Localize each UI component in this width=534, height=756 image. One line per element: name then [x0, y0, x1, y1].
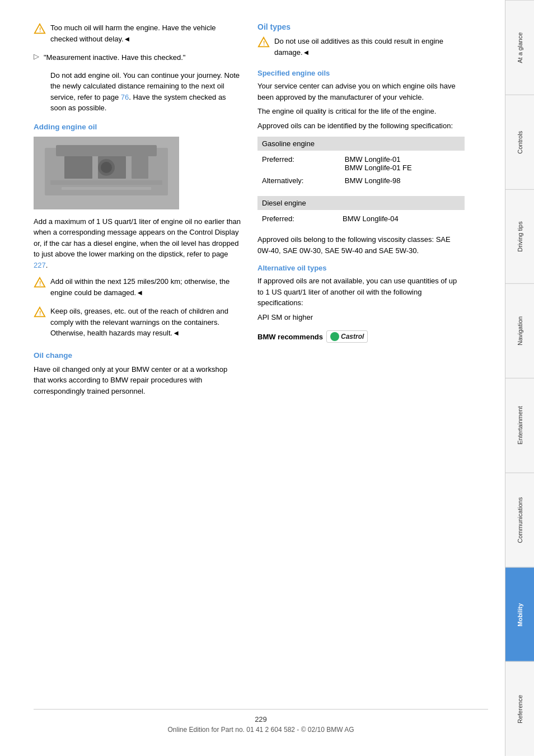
warning-children: ! Keep oils, greases, etc. out of the re…	[34, 306, 241, 342]
svg-rect-11	[62, 187, 151, 190]
specified-oils-heading: Specified engine oils	[257, 69, 465, 77]
svg-text:!: !	[39, 27, 41, 33]
warning-add-oil-text: Add oil within the next 125 miles/200 km…	[50, 276, 241, 298]
alt-oil-heading: Alternative oil types	[257, 264, 465, 272]
diesel-preferred-row: Preferred: BMW Longlife-04	[257, 210, 465, 227]
page-number: 229	[34, 715, 488, 724]
sidebar-tab-communications[interactable]: Communications	[505, 473, 534, 567]
sidebar: At a glance Controls Driving tips Naviga…	[505, 0, 534, 756]
diesel-engine-table: Diesel engine Preferred: BMW Longlife-04	[257, 196, 465, 227]
diesel-header: Diesel engine	[257, 196, 465, 210]
svg-rect-5	[64, 156, 92, 179]
svg-point-9	[101, 162, 112, 173]
right-column: Oil types ! Do not use oil additives as …	[257, 22, 465, 698]
engine-image-inner	[34, 137, 179, 209]
sidebar-tab-mobility[interactable]: Mobility	[505, 567, 534, 662]
diesel-preferred-value: BMW Longlife-04	[338, 210, 465, 227]
bullet-text: "Measurement inactive. Have this checked…	[44, 52, 185, 63]
gasoline-header: Gasoline engine	[257, 137, 465, 151]
gasoline-engine-table: Gasoline engine Preferred: BMW Longlife-…	[257, 137, 465, 189]
add-oil-para: Add a maximum of 1 US quart/1 liter of e…	[34, 216, 241, 271]
gasoline-preferred-value: BMW Longlife-01 BMW Longlife-01 FE	[340, 151, 465, 174]
alt-oil-para: If approved oils are not available, you …	[257, 276, 465, 309]
warning-icon-4: !	[257, 36, 270, 49]
svg-text:!: !	[263, 40, 265, 46]
sidebar-tab-entertainment[interactable]: Entertainment	[505, 378, 534, 473]
castrol-label: Castrol	[341, 333, 364, 340]
warning-icon-3: !	[34, 306, 46, 319]
warning-add-oil: ! Add oil within the next 125 miles/200 …	[34, 276, 241, 301]
gasoline-preferred-row: Preferred: BMW Longlife-01 BMW Longlife-…	[257, 151, 465, 174]
bmw-recommends-section: BMW recommends Castrol	[257, 330, 465, 343]
svg-text:!: !	[39, 281, 41, 287]
bullet-arrow: ▷	[34, 52, 39, 67]
gasoline-alt-row: Alternatively: BMW Longlife-98	[257, 174, 465, 189]
oil-additives-text: Do not use oil additives as this could r…	[274, 36, 465, 58]
footer: 229 Online Edition for Part no. 01 41 2 …	[34, 709, 488, 734]
svg-rect-4	[56, 145, 157, 156]
sidebar-tab-navigation[interactable]: Navigation	[505, 283, 534, 378]
gasoline-alt-value: BMW Longlife-98	[340, 174, 465, 189]
warning-icon-2: !	[34, 277, 46, 289]
longlife-01: BMW Longlife-01	[345, 155, 401, 164]
oil-types-heading: Oil types	[257, 22, 465, 31]
warning-children-text: Keep oils, greases, etc. out of the reac…	[50, 306, 241, 339]
sidebar-tab-reference[interactable]: Reference	[505, 661, 534, 756]
warning-oil-additives: ! Do not use oil additives as this could…	[257, 36, 465, 61]
castrol-logo: Castrol	[326, 330, 368, 343]
link-76[interactable]: 76	[121, 93, 129, 101]
oil-change-para: Have oil changed only at your BMW center…	[34, 364, 241, 397]
api-spec: API SM or higher	[257, 312, 465, 323]
oil-change-heading: Oil change	[34, 351, 241, 360]
engine-diagram-image	[34, 137, 179, 209]
gasoline-alt-label: Alternatively:	[257, 174, 340, 189]
warning-too-much-oil-text: Too much oil will harm the engine. Have …	[50, 22, 241, 44]
indent-para: Do not add engine oil. You can continue …	[50, 70, 241, 114]
sidebar-tab-controls[interactable]: Controls	[505, 95, 534, 189]
warning-too-much-oil: ! Too much oil will harm the engine. Hav…	[34, 22, 241, 48]
longlife-01-fe: BMW Longlife-01 FE	[345, 164, 412, 172]
castrol-icon	[330, 332, 339, 341]
bmw-recommends-label: BMW recommends	[257, 333, 323, 341]
svg-rect-10	[50, 180, 162, 185]
specified-para3: Approved oils can be identified by the f…	[257, 120, 465, 132]
warning-icon-1: !	[34, 23, 46, 35]
gasoline-preferred-label: Preferred:	[257, 151, 340, 174]
left-column: ! Too much oil will harm the engine. Hav…	[34, 22, 241, 698]
link-227[interactable]: 227	[34, 261, 46, 269]
para1-text: Do not add engine oil. You can continue …	[50, 70, 241, 114]
viscosity-para: Approved oils belong to the following vi…	[257, 234, 465, 256]
bullet-measurement: ▷ "Measurement inactive. Have this check…	[34, 52, 241, 67]
engine-svg	[34, 137, 179, 209]
sidebar-tab-at-a-glance[interactable]: At a glance	[505, 0, 534, 95]
footer-text: Online Edition for Part no. 01 41 2 604 …	[34, 726, 488, 734]
specified-para2: The engine oil quality is critical for t…	[257, 106, 465, 117]
diesel-preferred-label: Preferred:	[257, 210, 338, 227]
svg-text:!: !	[39, 310, 41, 316]
svg-rect-7	[132, 156, 148, 179]
sidebar-tab-driving-tips[interactable]: Driving tips	[505, 189, 534, 284]
specified-para1: Your service center can advise you on wh…	[257, 81, 465, 102]
adding-engine-oil-heading: Adding engine oil	[34, 123, 241, 131]
